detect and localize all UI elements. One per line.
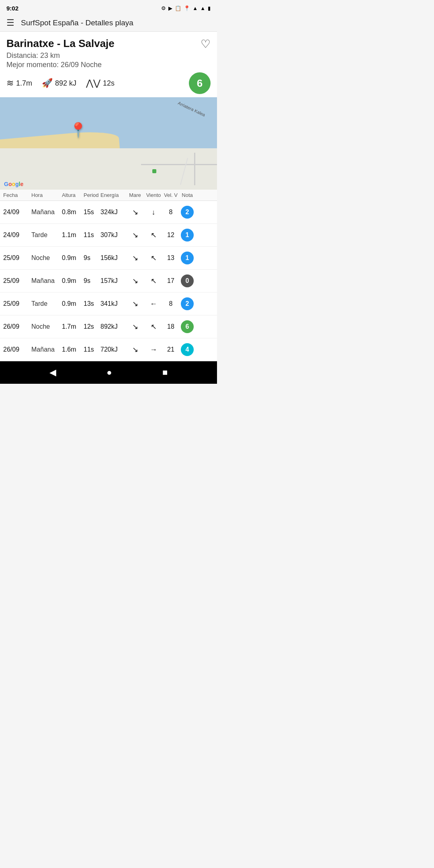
- cell-mare: ↘: [126, 345, 144, 354]
- location-icon: 📍: [184, 5, 190, 11]
- col-header-vel: Vel. V: [163, 192, 178, 198]
- table-row[interactable]: 25/09 Noche 0.9m 9s 156kJ ↘ ↖ 13 1: [0, 247, 217, 270]
- cell-period: 15s: [84, 209, 100, 216]
- cell-vel: 8: [163, 209, 178, 216]
- col-header-viento: Viento: [144, 192, 163, 198]
- cell-viento: ↖: [144, 254, 163, 262]
- cell-nota: 2: [178, 206, 196, 219]
- hamburger-menu[interactable]: ☰: [6, 18, 14, 28]
- cell-vel: 8: [163, 300, 178, 307]
- col-header-period: Period: [84, 192, 100, 198]
- google-logo: Google: [4, 181, 23, 187]
- status-bar: 9:02 ⚙ ▶ 📋 📍 ▲ ▲ ▮: [0, 0, 217, 14]
- status-time: 9:02: [6, 5, 18, 12]
- cell-fecha: 25/09: [3, 300, 31, 307]
- cell-altura: 0.9m: [62, 254, 84, 262]
- col-header-hora: Hora: [31, 192, 62, 198]
- clipboard-icon: 📋: [175, 5, 181, 11]
- table-row[interactable]: 25/09 Tarde 0.9m 13s 341kJ ↘ ← 8 2: [0, 293, 217, 315]
- map-road-1: [194, 153, 195, 185]
- settings-icon: ⚙: [161, 5, 166, 11]
- cell-fecha: 25/09: [3, 254, 31, 262]
- table-row[interactable]: 26/09 Noche 1.7m 12s 892kJ ↘ ↖ 18 6: [0, 315, 217, 338]
- forecast-table: 24/09 Mañana 0.8m 15s 324kJ ↘ ↓ 8 2 24/0…: [0, 201, 217, 361]
- cell-mare: ↘: [126, 231, 144, 240]
- wave-height-value: 1.7m: [16, 79, 32, 88]
- cell-hora: Tarde: [31, 231, 62, 239]
- cell-hora: Mañana: [31, 277, 62, 285]
- top-bar: ☰ SurfSpot España - Detalles playa: [0, 14, 217, 32]
- table-row[interactable]: 24/09 Mañana 0.8m 15s 324kJ ↘ ↓ 8 2: [0, 201, 217, 224]
- shield-icon: ▶: [168, 5, 172, 11]
- map-location-marker: 📍: [69, 123, 87, 137]
- cell-energia: 892kJ: [100, 323, 126, 330]
- map-container[interactable]: Arriatera Kalea 📍 Google: [0, 97, 217, 190]
- cell-energia: 720kJ: [100, 346, 126, 353]
- cell-viento: ↖: [144, 276, 163, 285]
- nota-badge: 4: [181, 343, 194, 356]
- cell-period: 9s: [84, 254, 100, 262]
- cell-nota: 4: [178, 343, 196, 356]
- wave-icon: ≋: [6, 78, 14, 88]
- recents-button[interactable]: ■: [162, 367, 168, 378]
- cell-viento: ↖: [144, 231, 163, 240]
- nota-badge: 2: [181, 206, 194, 219]
- cell-energia: 324kJ: [100, 209, 126, 216]
- cell-altura: 0.8m: [62, 209, 84, 216]
- nota-badge: 0: [181, 274, 194, 287]
- cell-mare: ↘: [126, 208, 144, 217]
- cell-vel: 18: [163, 323, 178, 330]
- beach-name: Barinatxe - La Salvaje: [6, 37, 115, 50]
- battery-icon: ▮: [208, 5, 211, 11]
- cell-energia: 157kJ: [100, 277, 126, 285]
- col-header-altura: Altura: [62, 192, 84, 198]
- table-row[interactable]: 24/09 Tarde 1.1m 11s 307kJ ↘ ↖ 12 1: [0, 224, 217, 247]
- table-row[interactable]: 25/09 Mañana 0.9m 9s 157kJ ↘ ↖ 17 0: [0, 270, 217, 293]
- cell-altura: 0.9m: [62, 277, 84, 285]
- wifi-icon: ▲: [192, 5, 198, 11]
- cell-period: 13s: [84, 300, 100, 307]
- nota-badge: 1: [181, 252, 194, 264]
- nota-badge: 6: [181, 320, 194, 333]
- cell-energia: 156kJ: [100, 254, 126, 262]
- cell-fecha: 26/09: [3, 346, 31, 353]
- map-road-2: [141, 164, 217, 165]
- back-button[interactable]: ◀: [49, 367, 56, 378]
- home-button[interactable]: ●: [106, 367, 112, 378]
- cell-nota: 0: [178, 274, 196, 287]
- cell-nota: 1: [178, 229, 196, 242]
- cell-period: 11s: [84, 231, 100, 239]
- cell-hora: Mañana: [31, 346, 62, 353]
- score-badge: 6: [189, 72, 211, 94]
- cell-vel: 21: [163, 346, 178, 353]
- cell-hora: Tarde: [31, 300, 62, 307]
- cell-fecha: 24/09: [3, 231, 31, 239]
- cell-period: 9s: [84, 277, 100, 285]
- cell-period: 11s: [84, 346, 100, 353]
- col-header-fecha: Fecha: [3, 192, 31, 198]
- stats-row: ≋ 1.7m 🚀 892 kJ ⋀⋁ 12s 6: [6, 72, 211, 94]
- cell-mare: ↘: [126, 276, 144, 285]
- cell-viento: ↓: [144, 208, 163, 217]
- cell-mare: ↘: [126, 322, 144, 331]
- nota-badge: 2: [181, 297, 194, 310]
- cell-altura: 1.6m: [62, 346, 84, 353]
- favorite-button[interactable]: ♡: [201, 37, 211, 51]
- cell-nota: 6: [178, 320, 196, 333]
- cell-viento: →: [144, 346, 163, 354]
- cell-fecha: 25/09: [3, 277, 31, 285]
- table-row[interactable]: 26/09 Mañana 1.6m 11s 720kJ ↘ → 21 4: [0, 338, 217, 361]
- col-header-nota: Nota: [178, 192, 196, 198]
- period-value: 12s: [103, 79, 115, 88]
- nota-badge: 1: [181, 229, 194, 242]
- page-title: SurfSpot España - Detalles playa: [21, 18, 133, 27]
- cell-vel: 17: [163, 277, 178, 285]
- beach-distance: Distancia: 23 km: [6, 51, 211, 60]
- col-header-energia: Energía: [100, 192, 126, 198]
- cell-altura: 1.1m: [62, 231, 84, 239]
- energy-stat: 🚀 892 kJ: [42, 78, 76, 88]
- rocket-icon: 🚀: [42, 78, 53, 88]
- cell-viento: ←: [144, 300, 163, 308]
- table-header: Fecha Hora Altura Period Energía Mare Vi…: [0, 190, 217, 201]
- best-moment: Mejor momento: 26/09 Noche: [6, 61, 211, 69]
